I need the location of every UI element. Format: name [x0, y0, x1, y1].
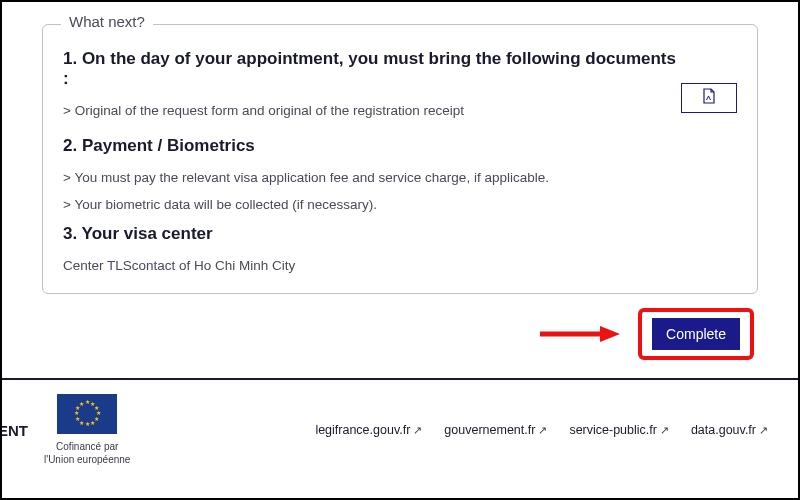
- eu-line1: Cofinancé par: [44, 440, 130, 453]
- svg-marker-1: [600, 326, 620, 342]
- panel-legend: What next?: [61, 13, 153, 30]
- whatnext-panel: What next? 1. On the day of your appoint…: [42, 24, 758, 294]
- file-pdf-icon: [702, 88, 716, 108]
- external-link-icon: ↗: [413, 424, 422, 437]
- external-link-icon: ↗: [538, 424, 547, 437]
- section3-line1: Center TLScontact of Ho Chi Minh City: [63, 258, 737, 273]
- external-link-icon: ↗: [660, 424, 669, 437]
- footer-link-label: gouvernement.fr: [444, 423, 535, 437]
- footer-link-gouvernement[interactable]: gouvernement.fr ↗: [444, 423, 547, 437]
- footer-link-service-public[interactable]: service-public.fr ↗: [569, 423, 669, 437]
- eu-flag-icon: ★ ★ ★ ★ ★ ★ ★ ★ ★ ★ ★ ★: [57, 394, 117, 434]
- footer: ENT ★ ★ ★ ★ ★ ★ ★ ★ ★ ★ ★ ★ Cofinancé: [2, 380, 798, 466]
- complete-highlight-frame: Complete: [638, 308, 754, 360]
- section3-heading: 3. Your visa center: [63, 224, 737, 244]
- ent-label: ENT: [0, 422, 28, 439]
- eu-line2: l'Union européenne: [44, 453, 130, 466]
- section2-heading: 2. Payment / Biometrics: [63, 136, 737, 156]
- complete-row: Complete: [42, 308, 758, 360]
- section2-line1: > You must pay the relevant visa applica…: [63, 170, 737, 185]
- footer-link-label: legifrance.gouv.fr: [315, 423, 410, 437]
- footer-link-data-gouv[interactable]: data.gouv.fr ↗: [691, 423, 768, 437]
- footer-left: ENT ★ ★ ★ ★ ★ ★ ★ ★ ★ ★ ★ ★ Cofinancé: [2, 394, 130, 466]
- section-documents: 1. On the day of your appointment, you m…: [63, 43, 737, 130]
- footer-link-label: service-public.fr: [569, 423, 657, 437]
- section1-heading: 1. On the day of your appointment, you m…: [63, 49, 681, 89]
- footer-link-legifrance[interactable]: legifrance.gouv.fr ↗: [315, 423, 422, 437]
- external-link-icon: ↗: [759, 424, 768, 437]
- arrow-right-icon: [540, 324, 620, 344]
- download-document-button[interactable]: [681, 83, 737, 113]
- eu-cofinance-block: ★ ★ ★ ★ ★ ★ ★ ★ ★ ★ ★ ★ Cofinancé par l'…: [44, 394, 130, 466]
- complete-button[interactable]: Complete: [652, 318, 740, 350]
- footer-links: legifrance.gouv.fr ↗ gouvernement.fr ↗ s…: [315, 423, 768, 437]
- footer-link-label: data.gouv.fr: [691, 423, 756, 437]
- content-area: What next? 1. On the day of your appoint…: [2, 2, 798, 360]
- section2-line2: > Your biometric data will be collected …: [63, 197, 737, 212]
- section1-line1: > Original of the request form and origi…: [63, 103, 681, 118]
